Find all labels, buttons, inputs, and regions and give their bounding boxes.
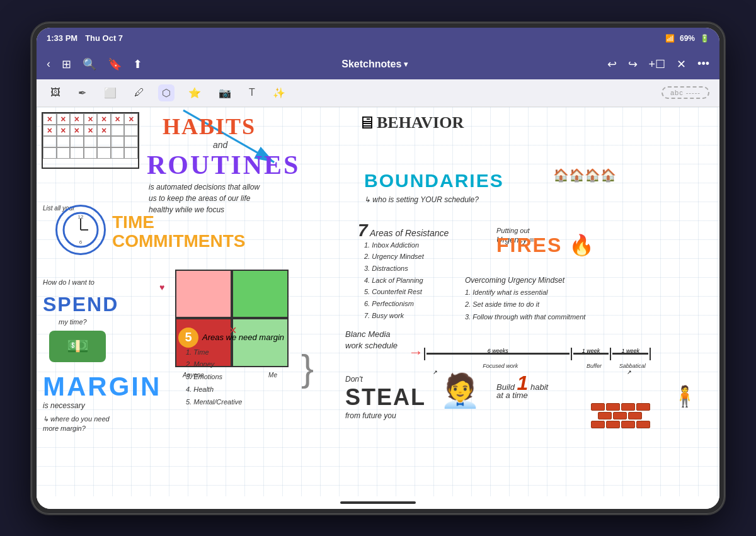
time: 1:33 PM (47, 33, 77, 43)
money-icon: 💵 (49, 331, 106, 362)
add-page-button[interactable]: +☐ (646, 55, 668, 74)
calendar-grid: × × × × × × × × × × × × (42, 112, 139, 169)
home-indicator (37, 496, 719, 509)
margin-question: ↳ where do you needmore margin? (43, 414, 110, 434)
back-button[interactable]: ‹ (44, 55, 53, 73)
spend-question: How do I want to (43, 277, 94, 288)
build-at-a-time: at a time (496, 391, 528, 400)
photo-tool-button[interactable]: 📷 (215, 84, 235, 101)
battery-icon: 🔋 (700, 34, 709, 43)
stick-figure-icon: 🧍 (672, 384, 697, 408)
five-areas-list: 1. Time 2. Money 3. Emotions 4. Health 5… (186, 346, 242, 409)
blanc-schedule-title: Blanc Mediawork schedule (345, 329, 398, 351)
my-time-text: my time? (59, 318, 87, 326)
marker-tool-button[interactable]: 🖊 (130, 84, 148, 101)
home-bar (340, 501, 416, 504)
fence-icon: 🏠🏠🏠🏠 (553, 168, 616, 183)
svg-text:6: 6 (79, 239, 83, 245)
content-area: × × × × × × × × × × × × (37, 107, 719, 496)
steal-subtitle: from future you (345, 411, 396, 420)
habits-title: HABITS (163, 113, 256, 140)
steal-title: STEAL (345, 384, 426, 411)
margin-sub: is necessary (43, 401, 85, 410)
monitor-icon: 🖥 (358, 112, 375, 133)
wifi-icon: 📶 (665, 34, 675, 43)
search-button[interactable]: 🔍 (80, 55, 99, 74)
text-tool-button[interactable]: T (245, 84, 259, 101)
behavior-title: BEHAVIOR (377, 113, 464, 132)
image-tool-button[interactable]: 🖼 (47, 84, 64, 101)
status-bar: 1:33 PM Thu Oct 7 📶 69% 🔋 (37, 28, 719, 49)
routines-description: is automated decisions that allow us to … (149, 181, 262, 215)
nav-bar: ‹ ⊞ 🔍 🔖 ⬆ Sketchnotes ▾ ↩ ↪ +☐ ✕ ••• (37, 49, 719, 79)
robber-figure: 🧑‍💼 (440, 372, 481, 410)
share-button[interactable]: ⬆ (130, 55, 145, 74)
curly-brace-icon: } (301, 350, 314, 387)
fires-title: FIRES 🔥 (496, 233, 595, 257)
lasso-badge: abc ----- (662, 86, 709, 99)
overcoming-title: Overcoming Urgency Mindset (465, 276, 564, 285)
device-frame: 1:33 PM Thu Oct 7 📶 69% 🔋 ‹ ⊞ 🔍 🔖 ⬆ Sket… (32, 23, 724, 514)
shape-tool-button[interactable]: ⭐ (185, 84, 205, 101)
bricks-icon (591, 403, 654, 435)
margin-title: MARGIN (43, 372, 161, 402)
highlight-tool-button[interactable]: ✨ (269, 84, 289, 101)
document-title: Sketchnotes (341, 59, 401, 70)
more-button[interactable]: ••• (695, 55, 712, 73)
and-text: and (213, 140, 227, 150)
five-areas-header: 5 Areas we need margin (178, 328, 284, 348)
five-badge: 5 (178, 328, 198, 348)
spend-title: SPEND (43, 293, 118, 316)
overcoming-list: 1. Identify what is essential 2. Set asi… (465, 287, 585, 324)
lasso-tool-button[interactable]: ⬡ (158, 84, 175, 101)
boundaries-title: BOUNDARIES (364, 170, 504, 191)
close-button[interactable]: ✕ (674, 55, 689, 74)
pen-tool-button[interactable]: ✒ (74, 84, 90, 101)
steal-pre-text: Don't (345, 375, 363, 384)
routines-title: ROUTINES (147, 150, 300, 180)
schedule-arrow-icon: → (408, 343, 423, 361)
redo-button[interactable]: ↪ (626, 55, 640, 74)
bookmark-button[interactable]: 🔖 (105, 55, 124, 74)
undo-button[interactable]: ↩ (605, 55, 619, 74)
date: Thu Oct 7 (85, 33, 123, 43)
clock-icon: 12 6 (55, 205, 106, 255)
seven-areas-title: 7 Areas of Resistance (358, 220, 449, 241)
time-commitments-title: TIME COMMITMENTS (112, 213, 246, 252)
battery-level: 69% (680, 34, 695, 43)
device-screen: 1:33 PM Thu Oct 7 📶 69% 🔋 ‹ ⊞ 🔍 🔖 ⬆ Sket… (37, 28, 719, 509)
toolbar: 🖼 ✒ ⬜ 🖊 ⬡ ⭐ 📷 T ✨ abc ----- (37, 79, 719, 107)
grid-view-button[interactable]: ⊞ (59, 55, 74, 74)
five-areas-label: Areas we need margin (202, 333, 284, 342)
heart-decoration: ♥ (159, 282, 164, 292)
title-chevron-icon: ▾ (404, 60, 408, 69)
boundaries-subtitle: ↳ who is setting YOUR schedule? (364, 195, 479, 204)
areas-list: 1. Inbox Addiction 2. Urgency Mindset 3.… (364, 239, 424, 322)
eraser-tool-button[interactable]: ⬜ (100, 84, 120, 101)
